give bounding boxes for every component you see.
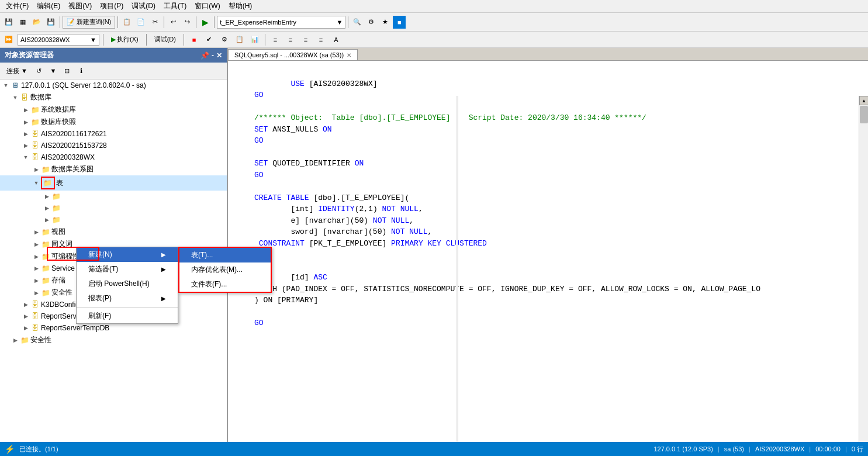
ctx-filter-label: 筛选器(T)	[88, 264, 118, 274]
tree-security-node[interactable]: ▶ 📁 安全性	[0, 334, 227, 346]
execute-btn[interactable]: ▶ 执行(X)	[107, 33, 143, 46]
tb2-align1[interactable]: ≡	[269, 33, 282, 46]
databases-expander[interactable]: ▼	[11, 93, 20, 102]
tb-extra4[interactable]: ■	[393, 16, 406, 29]
db1-expander[interactable]: ▶	[21, 129, 30, 139]
menu-tools[interactable]: 工具(T)	[160, 0, 190, 12]
server-expander[interactable]: ▼	[1, 81, 11, 90]
tree-db1-node[interactable]: ▶ 🗄 AIS20200116172621	[0, 128, 227, 140]
sql-content[interactable]: USE [AIS20200328WX] GO /****** Object: T…	[228, 61, 868, 443]
tb2-align2[interactable]: ≡	[284, 33, 297, 46]
tb2-misc2[interactable]: 📊	[248, 33, 261, 46]
db2-expander[interactable]: ▶	[21, 141, 30, 150]
tree-systemdb-node[interactable]: ▶ 📁 系统数据库	[0, 103, 227, 116]
tb-undo-btn[interactable]: ↩	[167, 16, 179, 29]
menu-project[interactable]: 项目(P)	[96, 0, 127, 12]
t1-expander[interactable]: ▶	[42, 192, 51, 201]
rstmp-expander[interactable]: ▶	[21, 323, 30, 333]
ctx-filter-item[interactable]: 筛选器(T) ▶	[77, 262, 178, 277]
tb-redo-btn[interactable]: ↪	[181, 16, 193, 29]
menu-file[interactable]: 文件(F)	[2, 0, 32, 12]
tb-run-btn[interactable]: ▶	[199, 16, 212, 29]
tb2-parse-btn[interactable]: ⚙	[218, 33, 231, 46]
tree-rstmp-node[interactable]: ▶ 🗄 ReportServerTempDB	[0, 322, 227, 334]
ctx-sep	[77, 307, 178, 308]
tree-snapshot-node[interactable]: ▶ 📁 数据库快照	[0, 116, 227, 128]
sb-expander[interactable]: ▶	[32, 264, 41, 273]
oe-collapse-btn[interactable]: ⊟	[61, 64, 74, 77]
submenu-memory-item[interactable]: 内存优化表(M)...	[179, 262, 271, 277]
db-dropdown[interactable]: t_ER_ExpenseReimbEntry ▼	[217, 16, 345, 29]
menu-view[interactable]: 视图(V)	[65, 0, 95, 12]
tb-paste-btn[interactable]: 📄	[134, 16, 147, 29]
ctx-powershell-item[interactable]: 启动 PowerShell(H)	[77, 277, 178, 291]
submenu-table-item[interactable]: 表(T)...	[179, 248, 271, 262]
menu-debug[interactable]: 调试(D)	[128, 0, 159, 12]
views-expander[interactable]: ▶	[32, 227, 41, 237]
menu-help[interactable]: 帮助(H)	[225, 0, 256, 12]
tb2-align4[interactable]: ≡	[314, 33, 327, 46]
tb-grid-btn[interactable]: ▦	[16, 16, 29, 29]
tb-save-btn[interactable]: 💾	[2, 16, 15, 29]
tb-save2-btn[interactable]: 💾	[44, 16, 57, 29]
tree-table3-node[interactable]: ▶ 📁	[0, 214, 227, 226]
server-dropdown[interactable]: AIS20200328WX ▼	[18, 34, 99, 46]
server-dropdown-arrow: ▼	[90, 36, 96, 43]
tb-extra2[interactable]: ⚙	[365, 16, 378, 29]
tree-diagram-node[interactable]: ▶ 📁 数据库关系图	[0, 163, 227, 175]
t3-expander[interactable]: ▶	[42, 215, 51, 224]
tb-copy-btn[interactable]: 📋	[120, 16, 133, 29]
security2-expander[interactable]: ▶	[32, 288, 41, 298]
security-expander[interactable]: ▶	[11, 336, 20, 345]
tree-db3-node[interactable]: ▼ 🗄 AIS20200328WX	[0, 151, 227, 163]
oe-connect-btn[interactable]: 连接 ▼	[2, 65, 32, 77]
oe-close-icon[interactable]: ✕	[216, 51, 222, 60]
tree-server-node[interactable]: ▼ 🖥 127.0.0.1 (SQL Server 12.0.6024.0 - …	[0, 80, 227, 91]
oe-filter-btn[interactable]: ▼	[47, 64, 60, 77]
tb-cut-btn[interactable]: ✂	[148, 16, 161, 29]
ctx-new-item[interactable]: 新建(N) ▶	[77, 247, 178, 262]
menu-window[interactable]: 窗口(W)	[191, 0, 223, 12]
tb2-misc1[interactable]: 📋	[233, 33, 246, 46]
snapshot-expander[interactable]: ▶	[21, 118, 30, 127]
synonyms-expander[interactable]: ▶	[32, 240, 41, 249]
ctx-refresh-item[interactable]: 刷新(F)	[77, 309, 178, 323]
tb2-font[interactable]: A	[330, 33, 343, 46]
tree-tables-node[interactable]: ▼ 📁 表	[0, 175, 227, 191]
k3db-expander[interactable]: ▶	[21, 300, 30, 309]
diagram-expander[interactable]: ▶	[32, 165, 41, 174]
sql-tab[interactable]: SQLQuery5.sql - ...00328WX (sa (53)) ✕	[228, 49, 358, 60]
systemdb-expander[interactable]: ▶	[21, 105, 30, 115]
rs-expander[interactable]: ▶	[21, 312, 30, 321]
oe-refresh-btn[interactable]: ↺	[33, 64, 46, 77]
new-query-btn[interactable]: 📝 新建查询(N)	[63, 16, 115, 29]
tb-extra1[interactable]: 🔍	[351, 16, 364, 29]
tb2-dbg-btn[interactable]: ⏩	[2, 33, 15, 46]
oe-prop-btn[interactable]: ℹ	[75, 64, 88, 77]
v-scrollbar-thumb[interactable]	[860, 106, 868, 123]
tb2-stop-btn[interactable]: ■	[188, 33, 200, 46]
tree-table1-node[interactable]: ▶ 📁	[0, 191, 227, 202]
tree-databases-node[interactable]: ▼ 🗄 数据库	[0, 91, 227, 103]
v-scroll-up-btn[interactable]: ▲	[859, 96, 868, 105]
menu-edit[interactable]: 编辑(E)	[33, 0, 64, 12]
oe-pin2-icon[interactable]: -	[212, 51, 214, 60]
oe-pin-icon[interactable]: 📌	[200, 51, 209, 60]
tb2-align3[interactable]: ≡	[299, 33, 312, 46]
tb-open-btn[interactable]: 📂	[30, 16, 43, 29]
tree-views-node[interactable]: ▶ 📁 视图	[0, 226, 227, 238]
tree-db2-node[interactable]: ▶ 🗄 AIS20200215153728	[0, 140, 227, 151]
ctx-reports-item[interactable]: 报表(P) ▶	[77, 291, 178, 306]
prog-expander[interactable]: ▶	[32, 252, 41, 261]
v-scrollbar-track[interactable]	[859, 105, 868, 456]
debug-btn[interactable]: 调试(D)	[150, 33, 180, 46]
tb2-check-btn[interactable]: ✔	[203, 33, 216, 46]
tab-close-btn[interactable]: ✕	[347, 52, 351, 58]
tables-expander[interactable]: ▼	[32, 178, 41, 188]
submenu-file-item[interactable]: 文件表(F)...	[179, 277, 271, 292]
storage-expander[interactable]: ▶	[32, 276, 41, 285]
db3-expander[interactable]: ▼	[21, 153, 30, 162]
t2-expander[interactable]: ▶	[42, 203, 51, 213]
tb-extra3[interactable]: ★	[379, 16, 392, 29]
tree-table2-node[interactable]: ▶ 📁	[0, 202, 227, 214]
